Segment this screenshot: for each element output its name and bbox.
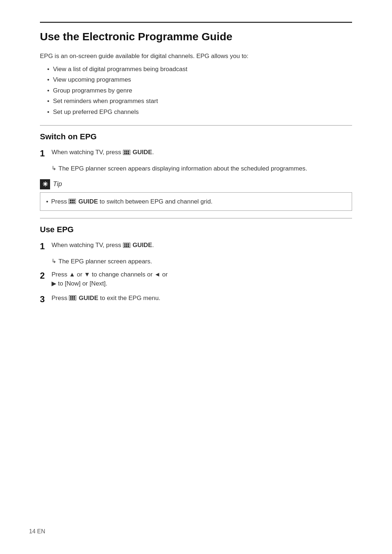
- switch-epg-heading: Switch on EPG: [40, 131, 352, 143]
- tip-list: Press: [46, 197, 346, 206]
- intro-bullet-list: View a list of digital programmes being …: [40, 65, 352, 117]
- tip-star-symbol: ✳: [42, 181, 48, 188]
- switch-step-1: 1 When watching TV, press: [40, 148, 352, 159]
- step-number-1: 1: [40, 148, 52, 159]
- tip-container: ✳ Tip Press: [40, 179, 352, 211]
- use-epg-heading: Use EPG: [40, 223, 352, 235]
- tip-press-text: Press: [51, 198, 67, 205]
- guide-icon-use-1: [123, 242, 133, 249]
- use-step-3: 3 Press GUIDE: [40, 294, 352, 305]
- use-step-1-result-text: The EPG planner screen appears.: [58, 257, 152, 266]
- guide-icon-tip: [69, 198, 78, 205]
- use-step-1-text: When watching TV, press: [52, 242, 121, 249]
- use-result-arrow-1: ↳: [52, 257, 56, 266]
- switch-step-1-result-text: The EPG planner screen appears displayin…: [58, 164, 307, 173]
- use-step-number-1: 1: [40, 241, 52, 252]
- guide-button-icon-tip: [69, 199, 76, 204]
- use-step-2-text: Press ▲ or ▼ to change channels or ◄ or: [52, 271, 168, 278]
- bullet-item-3: Group programmes by genre: [47, 86, 352, 95]
- title-section: Use the Electronic Programme Guide: [40, 22, 352, 44]
- use-epg-section: Use EPG 1 When watching TV, press: [40, 218, 352, 305]
- guide-button-icon-use1: [123, 243, 130, 248]
- bullet-item-4: Set reminders when programmes start: [47, 97, 352, 106]
- use-step-3-rest: to exit the EPG menu.: [100, 295, 160, 301]
- bullet-item-5: Set up preferred EPG channels: [47, 107, 352, 117]
- switch-step-1-text: When watching TV, press: [52, 149, 121, 156]
- use-step-2-sub: ▶ to [Now] or [Next].: [52, 280, 107, 287]
- page-footer: 14 EN: [29, 527, 45, 536]
- bullet-item-2: View upcoming programmes: [47, 75, 352, 85]
- page-title: Use the Electronic Programme Guide: [40, 29, 352, 44]
- switch-step-1-result: ↳ The EPG planner screen appears display…: [52, 164, 352, 173]
- tip-guide-bold: GUIDE: [78, 198, 98, 205]
- use-step-3-text: Press: [52, 295, 67, 301]
- tip-label: Tip: [53, 179, 62, 189]
- page-number: 14 EN: [29, 528, 45, 534]
- switch-step-1-content: When watching TV, press GUIDE.: [52, 148, 352, 157]
- guide-icon-use-3: [69, 295, 79, 301]
- switch-epg-section: Switch on EPG 1 When watching TV, press: [40, 125, 352, 211]
- guide-button-icon-use3: [69, 295, 76, 300]
- use-step-1-content: When watching TV, press GUIDE.: [52, 241, 352, 250]
- tip-rest-text: to switch between EPG and channel grid.: [100, 198, 213, 205]
- use-step-number-3: 3: [40, 294, 52, 305]
- guide-icon-switch-1: [123, 149, 133, 156]
- tip-box: Press: [40, 192, 352, 211]
- use-step-number-2: 2: [40, 270, 52, 281]
- use-step-2: 2 Press ▲ or ▼ to change channels or ◄ o…: [40, 270, 352, 288]
- page-content: Use the Electronic Programme Guide EPG i…: [40, 22, 352, 305]
- result-arrow-icon: ↳: [52, 164, 56, 173]
- use-step-1-guide-label: GUIDE: [132, 242, 152, 249]
- use-step-3-guide-label: GUIDE: [79, 295, 98, 301]
- use-step-2-content: Press ▲ or ▼ to change channels or ◄ or …: [52, 270, 352, 288]
- use-step-3-content: Press GUIDE to exit the EPG: [52, 294, 352, 303]
- use-step-1-result: ↳ The EPG planner screen appears.: [52, 257, 352, 266]
- switch-step-1-guide-label: GUIDE: [132, 149, 152, 156]
- bullet-item-1: View a list of digital programmes being …: [47, 65, 352, 74]
- guide-button-icon: [123, 150, 130, 155]
- use-step-1: 1 When watching TV, press: [40, 241, 352, 252]
- tip-star-icon: ✳: [40, 179, 50, 189]
- tip-list-item: Press: [46, 197, 346, 206]
- tip-header: ✳ Tip: [40, 179, 352, 189]
- intro-paragraph: EPG is an on-screen guide available for …: [40, 52, 352, 61]
